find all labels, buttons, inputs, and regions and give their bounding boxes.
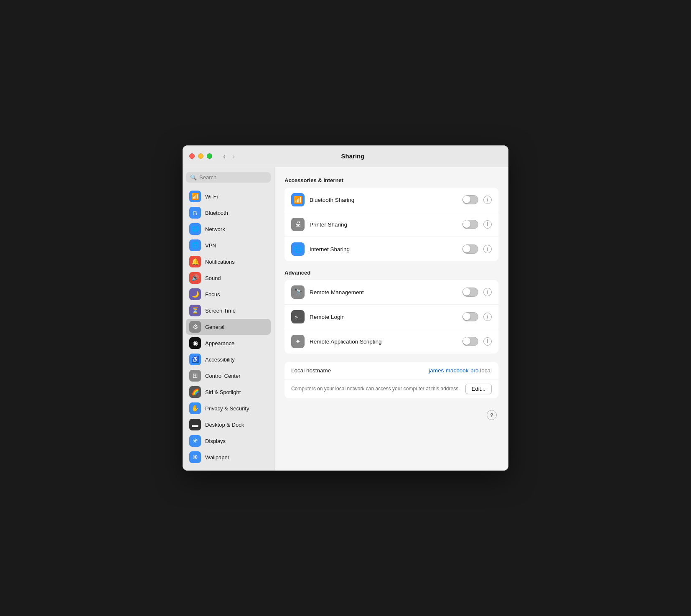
internet-sharing-info[interactable]: i bbox=[483, 245, 492, 253]
sidebar-label-bluetooth: Bluetooth bbox=[205, 210, 228, 216]
sidebar-item-displays[interactable]: ✳Displays bbox=[186, 433, 271, 449]
sidebar-item-notifications[interactable]: 🔔Notifications bbox=[186, 254, 271, 270]
sidebar-label-displays: Displays bbox=[205, 438, 226, 444]
sidebar-icon-displays: ✳ bbox=[189, 435, 201, 447]
bluetooth-sharing-info[interactable]: i bbox=[483, 196, 492, 204]
sidebar-item-control-center[interactable]: ⊞Control Center bbox=[186, 368, 271, 384]
titlebar: ‹ › Sharing bbox=[183, 145, 508, 167]
sidebar-icon-vpn: 🌐 bbox=[189, 239, 201, 251]
sidebar-icon-general: ⚙ bbox=[189, 321, 201, 333]
sidebar-label-siri-spotlight: Siri & Spotlight bbox=[205, 389, 241, 395]
sidebar-icon-desktop-dock: ▬ bbox=[189, 419, 201, 430]
printer-sharing-label: Printer Sharing bbox=[310, 221, 457, 228]
sidebar: 🔍 📶Wi-FiBBluetooth🌐Network🌐VPN🔔Notificat… bbox=[183, 167, 274, 471]
system-preferences-window: ‹ › Sharing 🔍 📶Wi-FiBBluetooth🌐Network🌐V… bbox=[183, 145, 508, 471]
hostname-desc-row: Computers on your local network can acce… bbox=[285, 379, 498, 398]
sidebar-icon-screen-time: ⏳ bbox=[189, 305, 201, 316]
printer-sharing-info[interactable]: i bbox=[483, 220, 492, 229]
minimize-button[interactable] bbox=[198, 153, 203, 159]
internet-sharing-toggle[interactable] bbox=[462, 244, 478, 254]
remote-management-row: 🔭 Remote Management i bbox=[285, 280, 498, 305]
sidebar-icon-accessibility: ♿ bbox=[189, 354, 201, 365]
sidebar-icon-focus: 🌙 bbox=[189, 288, 201, 300]
remote-app-scripting-toggle[interactable] bbox=[462, 337, 478, 346]
accessories-internet-card: 📶 Bluetooth Sharing i 🖨 Printer Sharing … bbox=[285, 188, 498, 261]
search-box[interactable]: 🔍 bbox=[186, 172, 271, 183]
sidebar-label-desktop-dock: Desktop & Dock bbox=[205, 422, 244, 428]
sidebar-item-bluetooth[interactable]: BBluetooth bbox=[186, 205, 271, 221]
remote-login-row: >_ Remote Login i bbox=[285, 305, 498, 329]
sidebar-item-privacy-security[interactable]: ✋Privacy & Security bbox=[186, 400, 271, 416]
advanced-card: 🔭 Remote Management i >_ Remote Login i … bbox=[285, 280, 498, 354]
sidebar-label-appearance: Appearance bbox=[205, 340, 234, 346]
sidebar-icon-network: 🌐 bbox=[189, 223, 201, 235]
sidebar-item-vpn[interactable]: 🌐VPN bbox=[186, 237, 271, 253]
window-title: Sharing bbox=[237, 153, 468, 160]
help-button[interactable]: ? bbox=[487, 410, 497, 420]
remote-management-toggle[interactable] bbox=[462, 288, 478, 297]
close-button[interactable] bbox=[189, 153, 195, 159]
sidebar-item-focus[interactable]: 🌙Focus bbox=[186, 286, 271, 302]
sidebar-icon-appearance: ◉ bbox=[189, 337, 201, 349]
internet-sharing-icon: 🌐 bbox=[291, 242, 305, 256]
remote-app-scripting-label: Remote Application Scripting bbox=[310, 339, 457, 345]
printer-sharing-toggle[interactable] bbox=[462, 220, 478, 229]
sidebar-label-sound: Sound bbox=[205, 275, 221, 281]
sidebar-icon-notifications: 🔔 bbox=[189, 256, 201, 267]
sidebar-icon-siri-spotlight: 🌈 bbox=[189, 386, 201, 398]
remote-management-info[interactable]: i bbox=[483, 288, 492, 296]
sidebar-label-accessibility: Accessibility bbox=[205, 356, 235, 363]
sidebar-icon-control-center: ⊞ bbox=[189, 370, 201, 382]
sidebar-item-siri-spotlight[interactable]: 🌈Siri & Spotlight bbox=[186, 384, 271, 400]
hostname-label: Local hostname bbox=[291, 367, 331, 374]
sidebar-item-appearance[interactable]: ◉Appearance bbox=[186, 335, 271, 351]
sidebar-item-general[interactable]: ⚙General bbox=[186, 319, 271, 335]
hostname-description: Computers on your local network can acce… bbox=[291, 385, 460, 392]
traffic-lights bbox=[189, 153, 212, 159]
sidebar-item-desktop-dock[interactable]: ▬Desktop & Dock bbox=[186, 417, 271, 433]
sidebar-label-network: Network bbox=[205, 226, 225, 232]
sidebar-item-network[interactable]: 🌐Network bbox=[186, 221, 271, 237]
search-input[interactable] bbox=[199, 174, 267, 181]
sidebar-item-sound[interactable]: 🔊Sound bbox=[186, 270, 271, 286]
sidebar-label-focus: Focus bbox=[205, 291, 220, 298]
sidebar-label-wallpaper: Wallpaper bbox=[205, 454, 229, 461]
bluetooth-sharing-icon: 📶 bbox=[291, 193, 305, 206]
sidebar-item-wifi[interactable]: 📶Wi-Fi bbox=[186, 188, 271, 204]
sidebar-items-container: 📶Wi-FiBBluetooth🌐Network🌐VPN🔔Notificatio… bbox=[186, 188, 271, 465]
bluetooth-sharing-row: 📶 Bluetooth Sharing i bbox=[285, 188, 498, 212]
remote-management-label: Remote Management bbox=[310, 289, 457, 295]
hostname-value: james-macbook-pro.local bbox=[429, 367, 492, 374]
maximize-button[interactable] bbox=[207, 153, 212, 159]
sidebar-label-privacy-security: Privacy & Security bbox=[205, 405, 249, 412]
remote-app-scripting-row: ✦ Remote Application Scripting i bbox=[285, 329, 498, 354]
printer-sharing-icon: 🖨 bbox=[291, 218, 305, 231]
bluetooth-sharing-toggle[interactable] bbox=[462, 195, 478, 204]
sidebar-icon-privacy-security: ✋ bbox=[189, 402, 201, 414]
sidebar-icon-wallpaper: ❋ bbox=[189, 451, 201, 463]
internet-sharing-row: 🌐 Internet Sharing i bbox=[285, 237, 498, 261]
sidebar-icon-sound: 🔊 bbox=[189, 272, 201, 284]
remote-login-toggle[interactable] bbox=[462, 312, 478, 321]
sidebar-item-screen-time[interactable]: ⏳Screen Time bbox=[186, 303, 271, 318]
sidebar-label-wifi: Wi-Fi bbox=[205, 193, 218, 200]
sidebar-item-wallpaper[interactable]: ❋Wallpaper bbox=[186, 449, 271, 465]
sidebar-item-accessibility[interactable]: ♿Accessibility bbox=[186, 351, 271, 367]
remote-app-scripting-info[interactable]: i bbox=[483, 337, 492, 346]
sidebar-label-vpn: VPN bbox=[205, 242, 216, 249]
sidebar-label-general: General bbox=[205, 324, 224, 330]
search-icon: 🔍 bbox=[190, 174, 197, 181]
remote-login-info[interactable]: i bbox=[483, 313, 492, 321]
internet-sharing-label: Internet Sharing bbox=[310, 246, 457, 252]
sidebar-label-control-center: Control Center bbox=[205, 373, 241, 379]
hostname-suffix: .local bbox=[478, 367, 492, 374]
bluetooth-sharing-label: Bluetooth Sharing bbox=[310, 197, 457, 203]
nav-buttons: ‹ › bbox=[221, 152, 237, 161]
hostname-link[interactable]: james-macbook-pro bbox=[429, 367, 478, 374]
forward-button[interactable]: › bbox=[230, 152, 237, 161]
back-button[interactable]: ‹ bbox=[221, 152, 228, 161]
sidebar-icon-bluetooth: B bbox=[189, 207, 201, 219]
remote-login-label: Remote Login bbox=[310, 314, 457, 320]
remote-app-scripting-icon: ✦ bbox=[291, 335, 305, 348]
edit-button[interactable]: Edit... bbox=[465, 384, 492, 394]
